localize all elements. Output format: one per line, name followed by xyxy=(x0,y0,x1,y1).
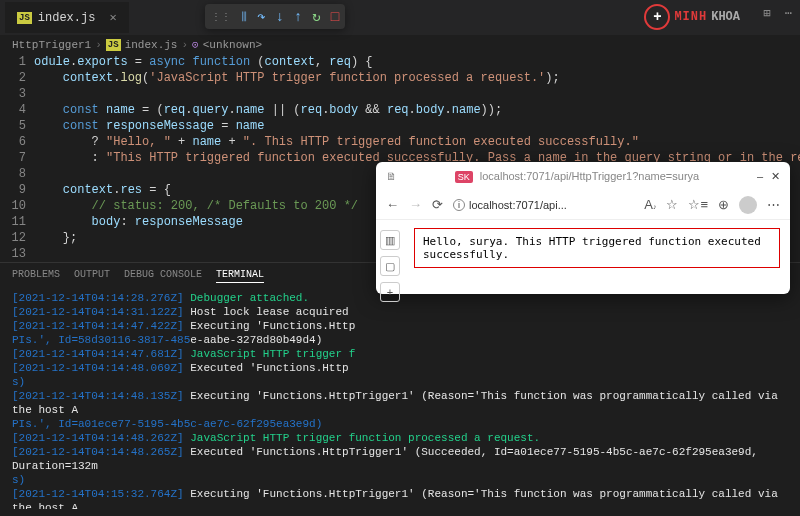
terminal-line: s) xyxy=(12,375,788,389)
code-line[interactable] xyxy=(34,86,800,102)
line-number[interactable]: 7 xyxy=(0,150,26,166)
debug-stop-icon[interactable]: □ xyxy=(331,9,339,25)
terminal-line: [2021-12-14T04:14:31.122Z] Host lock lea… xyxy=(12,305,788,319)
line-number[interactable]: 3 xyxy=(0,86,26,102)
debug-step-into-icon[interactable]: ↓ xyxy=(275,9,283,25)
back-icon[interactable]: ← xyxy=(386,197,399,212)
sidebar-tool-2[interactable]: ▢ xyxy=(380,256,400,276)
menu-icon[interactable]: ⋯ xyxy=(767,197,780,212)
line-number[interactable]: 6 xyxy=(0,134,26,150)
debug-step-out-icon[interactable]: ↑ xyxy=(294,9,302,25)
watermark-text-2: KHOA xyxy=(711,10,740,24)
code-line[interactable]: context.log('JavaScript HTTP trigger fun… xyxy=(34,70,800,86)
breadcrumb-item[interactable]: <unknown> xyxy=(203,39,262,51)
debug-restart-icon[interactable]: ↻ xyxy=(312,8,320,25)
profile-badge: SK xyxy=(455,171,473,183)
line-number[interactable]: 2 xyxy=(0,70,26,86)
drag-grip-icon[interactable]: ⋮⋮ xyxy=(211,11,231,23)
terminal-line: [2021-12-14T04:14:48.262Z] JavaScript HT… xyxy=(12,431,788,445)
line-number[interactable]: 4 xyxy=(0,102,26,118)
code-line[interactable]: const name = (req.query.name || (req.bod… xyxy=(34,102,800,118)
browser-tab-doc-icon: 🗎 xyxy=(386,170,397,182)
split-editor-icon[interactable]: ⊞ xyxy=(764,6,771,21)
line-number[interactable]: 13 xyxy=(0,246,26,262)
terminal-line: [2021-12-14T04:14:47.422Z] Executing 'Fu… xyxy=(12,319,788,333)
editor-tab[interactable]: JS index.js ✕ xyxy=(5,2,129,33)
debug-step-over-icon[interactable]: ↷ xyxy=(257,8,265,25)
code-line[interactable]: const responseMessage = name xyxy=(34,118,800,134)
terminal-line: PIs.', Id=a01ece77-5195-4b5c-ae7c-62f295… xyxy=(12,417,788,431)
tab-output[interactable]: OUTPUT xyxy=(74,269,110,283)
breadcrumb[interactable]: HttpTrigger1 › JS index.js › ⊙ <unknown> xyxy=(0,35,800,54)
line-number[interactable]: 9 xyxy=(0,182,26,198)
watermark-logo: + MINHKHOA xyxy=(644,4,740,30)
js-file-icon: JS xyxy=(106,39,121,51)
line-number[interactable]: 11 xyxy=(0,214,26,230)
tab-title: index.js xyxy=(38,11,96,25)
watermark-text-1: MINH xyxy=(674,10,707,24)
chevron-right-icon: › xyxy=(181,39,188,51)
terminal-line: [2021-12-14T04:14:48.265Z] Executed 'Fun… xyxy=(12,445,788,473)
tab-problems[interactable]: PROBLEMS xyxy=(12,269,60,283)
site-info-icon[interactable]: i xyxy=(453,199,465,211)
terminal-line: [2021-12-14T04:14:48.135Z] Executing 'Fu… xyxy=(12,389,788,417)
line-number[interactable]: 12 xyxy=(0,230,26,246)
debug-pause-icon[interactable]: ⫴ xyxy=(241,9,247,25)
chevron-right-icon: › xyxy=(95,39,102,51)
collections-icon[interactable]: ⊕ xyxy=(718,197,729,212)
tab-debug-console[interactable]: DEBUG CONSOLE xyxy=(124,269,202,283)
browser-window: 🗎 SK localhost:7071/api/HttpTrigger1?nam… xyxy=(376,162,790,294)
breadcrumb-item[interactable]: index.js xyxy=(125,39,178,51)
terminal-line: PIs.', Id=58d30116-3817-485e-aabe-3278d8… xyxy=(12,333,788,347)
symbol-icon: ⊙ xyxy=(192,38,199,51)
watermark-badge-icon: + xyxy=(644,4,670,30)
refresh-icon[interactable]: ⟳ xyxy=(432,197,443,212)
minimize-icon[interactable]: – xyxy=(757,170,763,182)
address-bar[interactable]: i localhost:7071/api... xyxy=(453,199,634,211)
browser-tab-title[interactable]: localhost:7071/api/HttpTrigger1?name=sur… xyxy=(480,170,699,182)
js-file-icon: JS xyxy=(17,12,32,24)
terminal-line: [2021-12-14T04:14:47.681Z] JavaScript HT… xyxy=(12,347,788,361)
sidebar-tool-1[interactable]: ▥ xyxy=(380,230,400,250)
terminal-line: [2021-12-14T04:15:32.764Z] Executing 'Fu… xyxy=(12,487,788,509)
tab-terminal[interactable]: TERMINAL xyxy=(216,269,264,283)
line-number[interactable]: 5 xyxy=(0,118,26,134)
forward-icon[interactable]: → xyxy=(409,197,422,212)
http-response-body: Hello, surya. This HTTP triggered functi… xyxy=(414,228,780,268)
favorites-bar-icon[interactable]: ☆≡ xyxy=(688,197,708,212)
terminal-output[interactable]: [2021-12-14T04:14:28.276Z] Debugger atta… xyxy=(0,289,800,509)
terminal-line: s) xyxy=(12,473,788,487)
line-number[interactable]: 8 xyxy=(0,166,26,182)
terminal-line: [2021-12-14T04:14:48.069Z] Executed 'Fun… xyxy=(12,361,788,375)
code-line[interactable]: ? "Hello, " + name + ". This HTTP trigge… xyxy=(34,134,800,150)
close-tab-icon[interactable]: ✕ xyxy=(109,10,116,25)
debug-toolbar[interactable]: ⋮⋮ ⫴ ↷ ↓ ↑ ↻ □ xyxy=(205,4,345,29)
favorite-icon[interactable]: ☆ xyxy=(666,197,678,212)
code-line[interactable]: odule.exports = async function (context,… xyxy=(34,54,800,70)
line-number[interactable]: 10 xyxy=(0,198,26,214)
close-window-icon[interactable]: ✕ xyxy=(771,170,780,183)
profile-avatar-icon[interactable] xyxy=(739,196,757,214)
line-number[interactable]: 1 xyxy=(0,54,26,70)
read-aloud-icon[interactable]: A♪ xyxy=(644,197,656,212)
address-text: localhost:7071/api... xyxy=(469,199,567,211)
sidebar-add-tool[interactable]: + xyxy=(380,282,400,302)
breadcrumb-item[interactable]: HttpTrigger1 xyxy=(12,39,91,51)
more-icon[interactable]: ⋯ xyxy=(785,6,792,21)
